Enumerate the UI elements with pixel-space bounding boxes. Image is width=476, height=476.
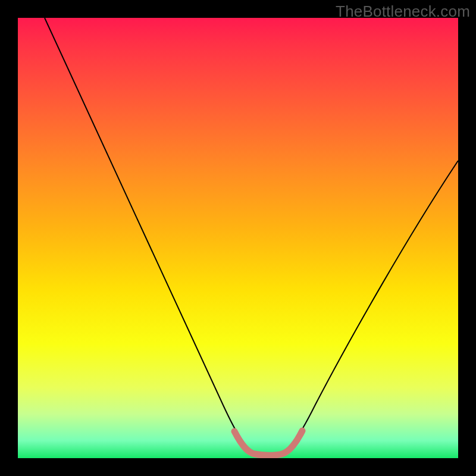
chart-frame: TheBottleneck.com: [0, 0, 476, 476]
black-curve: [45, 18, 458, 455]
plot-area: [18, 18, 458, 458]
curve-layer: [18, 18, 458, 458]
watermark-text: TheBottleneck.com: [336, 2, 470, 21]
highlight-trough: [234, 431, 302, 455]
